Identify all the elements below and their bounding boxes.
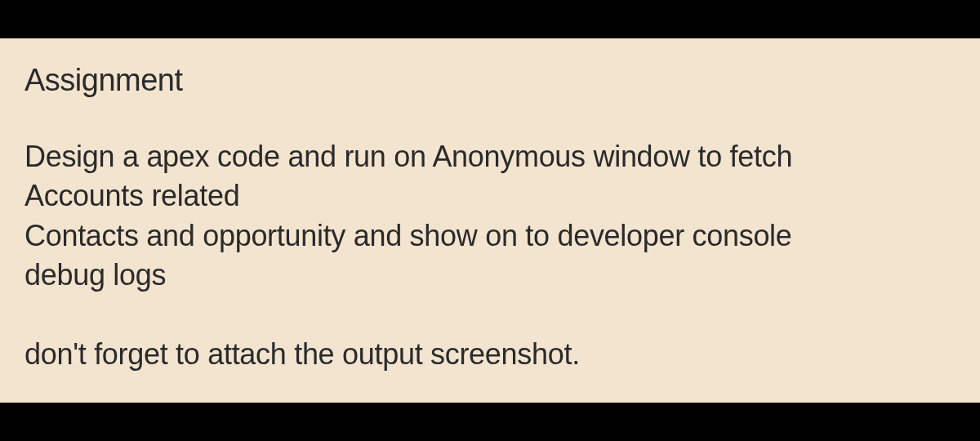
assignment-body-paragraph-2: don't forget to attach the output screen… [24,335,956,375]
assignment-title: Assignment [24,63,956,98]
body-line-1: Design a apex code and run on Anonymous … [24,140,792,173]
body-line-3: Contacts and opportunity and show on to … [24,219,792,252]
document-content: Assignment Design a apex code and run on… [0,38,980,403]
body-line-2: Accounts related [24,179,239,212]
body-line-4: debug logs [24,258,166,292]
assignment-body-paragraph-1: Design a apex code and run on Anonymous … [24,137,956,296]
